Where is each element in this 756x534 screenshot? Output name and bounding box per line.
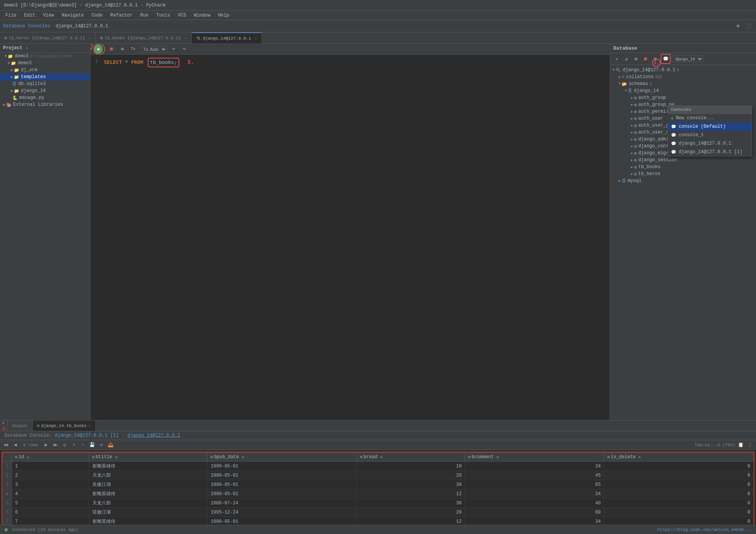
- tx-auto-select[interactable]: Tx: Auto: [140, 46, 167, 53]
- table-row[interactable]: 1 1 射雕英雄传 1980-05-01 10 34 0: [3, 462, 754, 471]
- tree-root-demo3[interactable]: ▼ 📁 demo3 D:\Django项目\demo3: [0, 53, 90, 60]
- tab-django-connection[interactable]: 🔌 django_14@127.0.0.1 ✕: [192, 32, 262, 43]
- db-console-link-1[interactable]: django_14@127.0.0.1 [1]: [55, 433, 118, 438]
- annotation-4: 4.: [90, 44, 93, 50]
- tree-external-libs[interactable]: ▶ 📚 External Libraries: [0, 101, 90, 108]
- result-export-btn[interactable]: 📤: [107, 441, 115, 449]
- tree-demo3[interactable]: ▼ 📁 demo3: [0, 60, 90, 67]
- bottom-tab-output[interactable]: Output: [8, 421, 33, 431]
- result-prev-btn[interactable]: ◀: [12, 441, 19, 449]
- close-tab-2[interactable]: ✕: [255, 36, 257, 41]
- console-new[interactable]: ⊕ New console...: [668, 114, 752, 122]
- left-gutter-bug-icon[interactable]: 🐞: [1, 426, 7, 431]
- db-tree-mysql[interactable]: ▶ 🗄 mysql: [610, 177, 756, 184]
- console-django-1[interactable]: 💬 django_14@127.0.0.1: [668, 139, 752, 148]
- db-stop-btn[interactable]: ⏹: [641, 55, 650, 63]
- result-more-btn[interactable]: ⋮: [746, 441, 754, 449]
- db-tree-schemas[interactable]: ▼ 📂 schemas 2: [610, 80, 756, 87]
- menu-run[interactable]: Run: [137, 12, 152, 19]
- db-tree-tb-heros[interactable]: ▶ ⊞ tb_heros: [610, 170, 756, 177]
- console-1[interactable]: 💬 console_1: [668, 131, 752, 139]
- left-gutter-run-icon[interactable]: ▶: [1, 421, 7, 425]
- close-tab-1[interactable]: ✕: [184, 36, 187, 40]
- tree-django14[interactable]: ▶ 📁 django_14: [0, 87, 90, 94]
- menu-tools[interactable]: Tools: [153, 12, 173, 19]
- bottom-tab-tb-books[interactable]: ⊞ django_14.tb_books ✕: [33, 421, 96, 431]
- col-header-bcomment[interactable]: ⊞bcomment ◆: [465, 453, 604, 462]
- tx-icon[interactable]: Tx: [129, 45, 137, 53]
- tree-dj-orm[interactable]: ▶ 📁 dj_orm: [0, 67, 90, 73]
- table-row[interactable]: 2 2 天龙八部 1980-05-01 20 45 0: [3, 471, 754, 480]
- db-panel-header: Database: [610, 44, 756, 53]
- console-default[interactable]: 💬 console (Default): [668, 122, 752, 131]
- result-refresh-btn[interactable]: ↺: [61, 441, 68, 449]
- db-add-btn[interactable]: ＋: [612, 55, 621, 63]
- code-area[interactable]: 3. SELECT * FROM tb_books;: [104, 58, 605, 417]
- menu-file[interactable]: File: [2, 12, 20, 19]
- tab-tb-heros[interactable]: ⊞ tb_heros [django_14@127.0.0.1] ✕: [0, 32, 96, 43]
- menu-vcs[interactable]: VCS: [175, 12, 189, 19]
- db-connection-select[interactable]: django_14: [672, 55, 703, 62]
- db-tree-schema-django14[interactable]: ▼ 🗄 django_14: [610, 87, 756, 94]
- expand-btn[interactable]: ⬛: [744, 22, 753, 30]
- rows-info: 9 rows: [23, 443, 38, 447]
- result-delete-btn[interactable]: −: [79, 441, 87, 449]
- db-tree-tb-books[interactable]: ▶ ⊞ tb_books: [610, 164, 756, 170]
- editor-content[interactable]: 1 3. SELECT * FROM tb_books;: [90, 55, 610, 420]
- settings-editor-btn[interactable]: ⚙: [118, 45, 127, 53]
- result-last-btn[interactable]: ⏭: [52, 441, 59, 449]
- console-django-2[interactable]: 💬 django_14@127.0.0.1 [1]: [668, 148, 752, 156]
- result-add-btn[interactable]: ＋: [70, 441, 78, 449]
- menu-edit[interactable]: Edit: [21, 12, 38, 19]
- col-header-rownum: [3, 453, 12, 462]
- db-tree-auth-group[interactable]: ▶ ⊞ auth_group: [610, 94, 756, 101]
- db-console-btn[interactable]: 💬: [661, 54, 671, 64]
- menu-help[interactable]: Help: [215, 12, 232, 19]
- tree-templates[interactable]: ▶ 📁 templates: [0, 73, 90, 80]
- status-dot: [5, 528, 8, 531]
- menu-refactor[interactable]: Refactor: [107, 12, 136, 19]
- settings-btn[interactable]: ⚙: [734, 22, 742, 30]
- result-save-btn[interactable]: 💾: [88, 441, 96, 449]
- menu-code[interactable]: Code: [88, 12, 106, 19]
- db-console-link-2[interactable]: django_14@127.0.0.1: [127, 433, 180, 438]
- menu-navigate[interactable]: Navigate: [58, 12, 87, 19]
- col-header-bpub-date[interactable]: ⊞bpub_date ◆: [207, 453, 357, 462]
- db-tree-connection[interactable]: ▼ 🔌 django_14@127.0.0.1 2: [610, 67, 756, 73]
- menu-view[interactable]: View: [40, 12, 57, 19]
- redo-btn[interactable]: ↪: [180, 45, 189, 53]
- menu-bar: File Edit View Navigate Code Refactor Ru…: [0, 11, 756, 20]
- col-header-bread[interactable]: ⊞bread ◆: [357, 453, 465, 462]
- result-next-btn[interactable]: ▶: [42, 441, 50, 449]
- col-header-btitle[interactable]: ⊞btitle ◆: [89, 453, 207, 462]
- console-django-2-icon: 💬: [671, 150, 676, 155]
- tree-manage-py[interactable]: 🐍 manage.py: [0, 94, 90, 101]
- col-header-id[interactable]: ⊞id ▲: [12, 453, 89, 462]
- close-bottom-tab[interactable]: ✕: [88, 424, 90, 428]
- stop-button[interactable]: ⏹: [107, 45, 116, 53]
- table-row[interactable]: 6 6 笑傲江湖 1995-12-24 20 80 0: [3, 508, 754, 517]
- db-refresh-btn[interactable]: ↺: [622, 55, 631, 63]
- undo-btn[interactable]: ↩: [169, 45, 178, 53]
- db-tree-django-session[interactable]: ▶ ⊞ django_session: [610, 157, 756, 164]
- run-button[interactable]: [94, 45, 103, 54]
- tree-db-sqlite3[interactable]: 🗄 db.sqlite3: [0, 80, 90, 87]
- result-copy-btn[interactable]: 📋: [737, 441, 744, 449]
- data-table: ⊞id ▲ ⊞btitle ◆ ⊞bpub_date ◆ ⊞bread ◆ ⊞b…: [2, 452, 754, 526]
- db-schema-btn[interactable]: ⊟: [632, 55, 640, 63]
- db-toolbar: ＋ ↺ ⊟ ⏹ ⚙ 💬 django_14: [610, 53, 756, 65]
- table-row[interactable]: 5 5 天龙八部 1986-07-24 36 40 0: [3, 499, 754, 508]
- table-row[interactable]: 3 3 笑傲江湖 1980-05-01 30 65 0: [3, 480, 754, 489]
- tab-tb-books[interactable]: ⊞ tb_books [django_14@127.0.0.1] ✕: [96, 32, 192, 43]
- main-layout: Project ▾ ▼ 📁 demo3 D:\Django项目\demo3 ▼ …: [0, 44, 756, 420]
- status-link[interactable]: https://blog.csdn.net/weixin_44630...: [658, 527, 751, 532]
- result-first-btn[interactable]: ⏮: [2, 441, 10, 449]
- tab-info: Tab-se...d (TSV): [694, 443, 735, 447]
- close-tab-0[interactable]: ✕: [88, 36, 91, 40]
- db-tree-collations[interactable]: ▶ ≡ collations 222: [610, 73, 756, 80]
- db-console-row: Database Console: django_14@127.0.0.1 [1…: [0, 431, 756, 440]
- col-header-is-delete[interactable]: ⊞is_delete ◆: [604, 453, 754, 462]
- result-cancel-btn[interactable]: ✕: [98, 441, 105, 449]
- table-row[interactable]: ✕ 4 射雕英雄传 1980-05-01 12 34 0: [3, 489, 754, 499]
- menu-window[interactable]: Window: [191, 12, 214, 19]
